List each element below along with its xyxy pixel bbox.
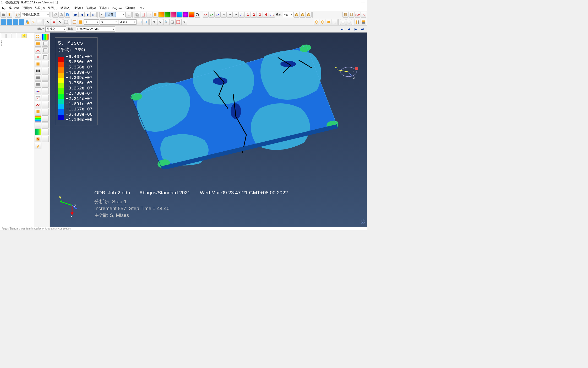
vtool-anim3-opts[interactable] [42, 81, 49, 88]
palette-button[interactable] [15, 12, 21, 18]
vtool-anim-opts[interactable] [42, 68, 49, 74]
menu-item[interactable]: 报告(E) [72, 6, 85, 10]
nav-next-button[interactable]: ▶ [353, 26, 358, 32]
ladder-icon[interactable] [342, 12, 348, 18]
vtool-pen[interactable] [35, 143, 41, 149]
color-2-button[interactable] [164, 12, 170, 18]
viewport[interactable]: S, Mises (平均: 75%) +6.404e+07+5.880e+07+… [50, 33, 367, 227]
tree-icon[interactable] [1, 34, 6, 38]
vtool-path-opts[interactable] [42, 102, 49, 108]
zoom-box-button[interactable] [169, 19, 175, 25]
tree-item[interactable]: ) [1, 40, 33, 43]
arrow-select-button[interactable]: ↖ [99, 12, 105, 18]
csys-iso-button[interactable] [239, 12, 245, 18]
cascade-button[interactable] [25, 19, 30, 25]
vtool-anim2[interactable] [35, 74, 41, 81]
link-viewport-button[interactable] [31, 19, 36, 25]
menu-item[interactable]: Plug-ins [110, 6, 124, 10]
view-2-button[interactable]: 2 [251, 12, 257, 18]
vtool-cut[interactable] [35, 109, 41, 115]
perspective-button[interactable] [52, 12, 58, 18]
minimize-button[interactable]: — [360, 0, 367, 5]
last-frame-button[interactable]: ⏭ [91, 12, 97, 17]
first-frame-button[interactable]: ⏮ [73, 12, 79, 17]
context-help-icon[interactable]: ↖? [139, 6, 146, 10]
menu-item[interactable]: 视图(V) [21, 6, 34, 10]
prev-frame-button[interactable]: ◀ [79, 12, 85, 17]
module-select[interactable]: 可视化 [45, 26, 66, 32]
menu-item[interactable]: 结果(R) [33, 6, 46, 10]
next-frame-button[interactable]: ▶ [85, 12, 91, 17]
csys-yz-button[interactable]: yz [233, 12, 239, 18]
nav-last-button[interactable]: ⏭ [360, 26, 365, 32]
menu-item[interactable]: 选项(O) [85, 6, 98, 10]
target-b[interactable] [346, 19, 352, 25]
iso-cube-3[interactable] [306, 12, 312, 18]
color-5-button[interactable] [182, 12, 188, 18]
sync-button[interactable] [143, 19, 149, 25]
color-7-button[interactable] [194, 12, 200, 18]
vtool-layer-opts[interactable] [42, 122, 49, 129]
rotate-button[interactable]: ↻ [157, 19, 163, 25]
target-a[interactable] [340, 19, 346, 25]
selection-scope[interactable]: 全部 [105, 12, 116, 17]
rect-dashed-button[interactable] [63, 19, 69, 25]
menu-item[interactable]: 绘图(P) [46, 6, 59, 10]
csys-xy-button[interactable]: xy [221, 12, 227, 18]
pointer-button[interactable]: ↖ [45, 19, 51, 25]
format-select[interactable]: %s [283, 12, 293, 17]
tree-icon[interactable] [12, 34, 16, 38]
layout-a[interactable] [355, 19, 360, 25]
menu-item[interactable]: M) [1, 6, 7, 10]
vtool-anim3[interactable] [35, 81, 41, 88]
csys-xz-button[interactable]: xz [227, 12, 233, 18]
tree-item[interactable]: ) [1, 43, 33, 46]
wave-button[interactable] [361, 12, 366, 18]
shading-button[interactable] [78, 19, 83, 25]
csys-x-button[interactable]: x↗ [203, 12, 209, 18]
menu-item[interactable]: 帮助(H) [124, 6, 137, 10]
vtool-contour2[interactable] [35, 115, 41, 122]
overlay-button[interactable] [137, 19, 143, 25]
layout-b[interactable] [361, 19, 366, 25]
selection-filter[interactable] [116, 12, 126, 17]
color-1-button[interactable] [158, 12, 164, 18]
vtool-path[interactable] [35, 102, 41, 108]
cdp-button[interactable]: CDP [355, 12, 360, 18]
iso-cube-2[interactable] [300, 12, 306, 18]
circle-c[interactable] [326, 19, 331, 25]
vtool-probe-opts[interactable] [42, 136, 49, 142]
vtool-cut-opts[interactable] [42, 109, 49, 115]
cube-orange-button[interactable] [152, 12, 158, 18]
render-style-select[interactable]: 可视化默认值 [21, 12, 50, 17]
tree-icon[interactable] [6, 34, 11, 38]
tile-3-button[interactable] [13, 19, 18, 25]
circle-b[interactable] [320, 19, 325, 25]
cycle-button[interactable]: ⟲ [181, 19, 187, 25]
vtool-csys[interactable] [35, 88, 41, 94]
color-4-button[interactable] [176, 12, 182, 18]
vtool-anim2-opts[interactable] [42, 74, 49, 81]
copy-viewport-button[interactable] [134, 12, 140, 18]
zoom-button[interactable]: 🔍 [163, 19, 169, 25]
vtool-stream[interactable] [35, 129, 41, 135]
info-button[interactable]: i [64, 12, 70, 18]
vtool-xy-opts[interactable] [42, 95, 49, 101]
view-1-button[interactable]: 1 [245, 12, 251, 18]
view-3-button[interactable]: 3 [257, 12, 263, 18]
color-3-button[interactable] [170, 12, 176, 18]
fit-button[interactable] [175, 19, 181, 25]
vtool-csys-opts[interactable] [42, 88, 49, 94]
pan-button[interactable]: ✥ [151, 19, 157, 25]
brush-button[interactable] [332, 19, 337, 25]
color-6-button[interactable] [188, 12, 194, 18]
vtool-layer[interactable] [35, 122, 41, 129]
select-inside-button[interactable]: ⬚ [126, 12, 132, 18]
vtool-table[interactable] [42, 40, 49, 47]
vtool-probe[interactable] [35, 136, 41, 142]
model-select[interactable]: E:/1/2/Job-2.odb [76, 26, 115, 32]
cube-button[interactable] [58, 12, 64, 18]
menu-item[interactable]: 动画(A) [59, 6, 72, 10]
sync-viewport-button[interactable] [37, 19, 42, 25]
circle-select-button[interactable] [146, 12, 152, 18]
